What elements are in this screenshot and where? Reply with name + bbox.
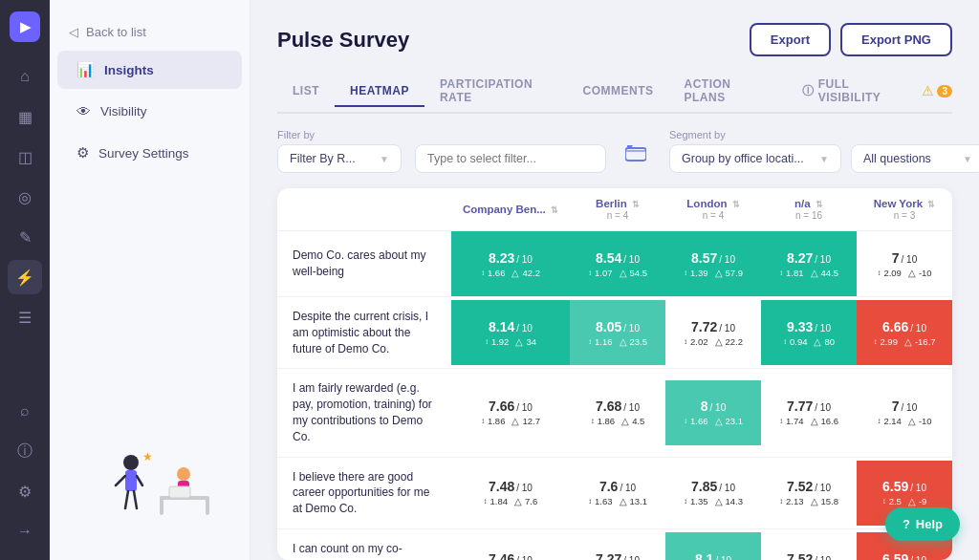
svg-line-5 (134, 491, 137, 508)
heatmap-cell[interactable]: 8/ 10↕1.66△23.1 (665, 369, 761, 457)
sidebar-icon-settings[interactable]: ⚙ (8, 474, 42, 508)
back-to-list[interactable]: ◁ Back to list (50, 15, 250, 49)
header-actions: Export Export PNG (750, 23, 952, 56)
tab-list[interactable]: LIST (277, 76, 335, 107)
brand-icon[interactable]: ▶ (10, 11, 40, 42)
heatmap-cell[interactable]: 7.48/ 10↕1.84△7.6 (451, 457, 570, 528)
sidebar-icon-search[interactable]: ⌕ (8, 394, 42, 428)
filter-by-label: Filter by (277, 129, 402, 140)
main-content: Pulse Survey Export Export PNG LIST HEAT… (250, 0, 979, 560)
nav-item-visibility[interactable]: 👁 Visibility (57, 93, 242, 130)
back-label: Back to list (86, 25, 146, 39)
svg-line-2 (116, 476, 125, 485)
sidebar-icon-insights[interactable]: ⚡ (8, 260, 42, 294)
filter-icon-button[interactable] (620, 140, 652, 173)
heatmap-cell[interactable]: 7.6/ 10↕1.63△13.1 (570, 457, 665, 528)
heatmap-cell[interactable]: 8.05/ 10↕1.16△23.5 (570, 297, 665, 369)
sidebar-icon-edit[interactable]: ✎ (8, 220, 42, 254)
all-questions-chevron: ▼ (963, 154, 972, 164)
na-n: n = 16 (795, 210, 822, 221)
nav-item-insights[interactable]: 📊 Insights (57, 51, 242, 89)
question-cell: Demo Co. cares about my well-being (277, 231, 451, 297)
sidebar-icon-info[interactable]: ⓘ (8, 434, 42, 468)
visibility-icon: 👁 (76, 103, 91, 119)
illustration-svg: ★ (74, 443, 227, 529)
heatmap-cell[interactable]: 6.66/ 10↕2.99△-16.7 (857, 297, 952, 369)
newyork-n: n = 3 (894, 210, 916, 221)
svg-rect-13 (625, 148, 646, 161)
heatmap-cell[interactable]: 8.14/ 10↕1.92△34 (451, 297, 570, 369)
question-cell: Despite the current crisis, I am optimis… (277, 297, 451, 369)
page-header: Pulse Survey Export Export PNG (277, 23, 952, 56)
nav-illustration: ★ (50, 428, 250, 545)
tab-participation[interactable]: PARTICIPATION RATE (424, 70, 568, 114)
filter-by-group: Filter by Filter By R... ▼ (277, 129, 402, 173)
heatmap-cell[interactable]: 8.27/ 10↕1.81△44.5 (761, 231, 857, 297)
heatmap-cell[interactable]: 9.33/ 10↕0.94△80 (761, 297, 857, 369)
table-row[interactable]: Demo Co. cares about my well-being8.23/ … (277, 231, 952, 297)
alert-badge-container: ⚠ 3 (922, 83, 952, 98)
heatmap-container[interactable]: Company Ben... ⇅ Berlin ⇅ n = 4 London ⇅… (277, 188, 952, 560)
nav-item-survey-settings[interactable]: ⚙ Survey Settings (57, 134, 242, 172)
svg-line-4 (125, 491, 128, 508)
export-button[interactable]: Export (750, 23, 831, 56)
table-row[interactable]: I believe there are good career opportun… (277, 457, 952, 528)
question-cell: I believe there are good career opportun… (277, 457, 451, 528)
question-cell: I am fairly rewarded (e.g. pay, promotio… (277, 369, 451, 457)
type-filter-group (415, 144, 606, 173)
heatmap-cell[interactable]: 7.68/ 10↕1.86△4.5 (570, 369, 665, 457)
tab-action-plans[interactable]: ACTION PLANS (668, 70, 779, 114)
help-label: Help (916, 517, 943, 531)
all-questions-select[interactable]: All questions ▼ (851, 144, 979, 173)
heatmap-cell[interactable]: 8.57/ 10↕1.39△57.9 (665, 231, 761, 297)
col-header-berlin[interactable]: Berlin ⇅ n = 4 (570, 188, 665, 231)
heatmap-cell[interactable]: 7.66/ 10↕1.86△12.7 (451, 369, 570, 457)
filters-row: Filter by Filter By R... ▼ Segment by Gr… (277, 129, 952, 173)
table-row[interactable]: I am fairly rewarded (e.g. pay, promotio… (277, 369, 952, 457)
svg-rect-11 (169, 486, 190, 498)
table-row[interactable]: Despite the current crisis, I am optimis… (277, 297, 952, 369)
svg-rect-8 (160, 496, 163, 515)
heatmap-cell[interactable]: 8.54/ 10↕1.07△54.5 (570, 231, 665, 297)
heatmap-cell[interactable]: 7/ 10↕2.09△-10 (857, 231, 952, 297)
tab-comments[interactable]: COMMENTS (567, 76, 668, 107)
export-png-button[interactable]: Export PNG (840, 23, 952, 56)
heatmap-cell[interactable]: 7/ 10↕2.14△-10 (857, 369, 952, 457)
sidebar-icons: ▶ ⌂ ▦ ◫ ◎ ✎ ⚡ ☰ ⌕ ⓘ ⚙ → (0, 0, 50, 560)
tab-heatmap[interactable]: HEATMAP (335, 76, 424, 107)
heatmap-cell[interactable]: 7.52/ 10↕2.13△15.8 (761, 457, 857, 528)
london-n: n = 4 (703, 210, 725, 221)
heatmap-cell[interactable]: 7.72/ 10↕2.02△22.2 (665, 297, 761, 369)
group-by-select[interactable]: Group by office locati... ▼ (669, 144, 841, 173)
segment-by-label: Segment by (669, 129, 979, 140)
filter-by-select[interactable]: Filter By R... ▼ (277, 144, 402, 173)
svg-point-9 (177, 467, 190, 481)
heatmap-cell[interactable]: 8.23/ 10↕1.66△42.2 (451, 231, 570, 297)
col-header-newyork[interactable]: New York ⇅ n = 3 (857, 188, 952, 231)
heatmap-cell[interactable]: 7.52/ 10↕1.78△11.7 (761, 528, 857, 560)
col-header-na[interactable]: n/a ⇅ n = 16 (761, 188, 857, 231)
table-row[interactable]: I can count on my co-workers to help out… (277, 528, 952, 560)
type-filter-input[interactable] (415, 144, 606, 173)
sidebar-icon-book[interactable]: ☰ (8, 300, 42, 334)
heatmap-cell[interactable]: 7.85/ 10↕1.35△14.3 (665, 457, 761, 528)
heatmap-cell[interactable]: 8.1/ 10↕1.99△36.8 (665, 528, 761, 560)
help-button[interactable]: ? Help (885, 507, 960, 541)
heatmap-table: Company Ben... ⇅ Berlin ⇅ n = 4 London ⇅… (277, 188, 952, 560)
heatmap-cell[interactable]: 7.27/ 10↕2.21△16 (570, 528, 665, 560)
sidebar-icon-calendar[interactable]: ▦ (8, 99, 42, 134)
sidebar-icon-chart[interactable]: ◫ (8, 140, 42, 174)
sidebar-icon-home[interactable]: ⌂ (8, 59, 42, 94)
col-header-london[interactable]: London ⇅ n = 4 (665, 188, 761, 231)
col-header-company[interactable]: Company Ben... ⇅ (451, 188, 570, 231)
sidebar-icon-target[interactable]: ◎ (8, 180, 42, 214)
sidebar-icon-logout[interactable]: → (8, 514, 42, 549)
page-title: Pulse Survey (277, 28, 409, 53)
group-by-value: Group by office locati... (682, 152, 804, 165)
tab-full-visibility[interactable]: ⓘ FULL VISIBILITY (787, 70, 916, 114)
full-visibility-icon: ⓘ (802, 83, 815, 99)
heatmap-cell[interactable]: 7.46/ 10↕2.18△16.9 (451, 528, 570, 560)
newyork-label: New York ⇅ (874, 198, 936, 209)
heatmap-cell[interactable]: 7.77/ 10↕1.74△16.6 (761, 369, 857, 457)
filter-by-value: Filter By R... (290, 152, 356, 165)
